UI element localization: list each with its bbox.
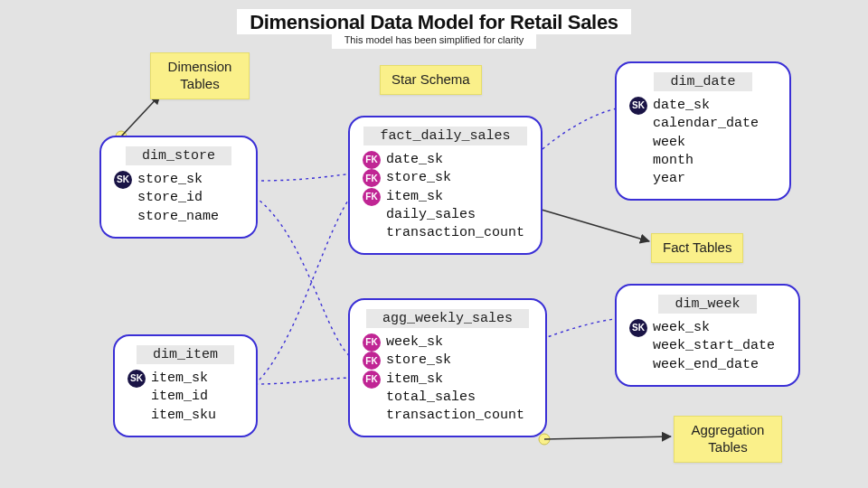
column-label: date_sk (386, 151, 443, 169)
column-row: store_id (114, 189, 243, 207)
column-row: total_sales (363, 389, 533, 407)
fk-badge: FK (363, 333, 381, 352)
column-label: store_id (137, 189, 203, 207)
column-row: year (629, 170, 777, 188)
column-label: transaction_count (386, 407, 524, 425)
column-row: SKstore_sk (114, 171, 243, 189)
sticky-text-line2: Tables (180, 76, 219, 91)
sk-badge: SK (629, 97, 647, 115)
sticky-text: Star Schema (392, 71, 470, 87)
svg-line-5 (544, 436, 671, 439)
table-fact-daily-sales: fact_daily_sales FKdate_skFKstore_skFKit… (348, 116, 542, 255)
sticky-text-line1: Aggregation (692, 422, 765, 437)
column-label: store_sk (386, 169, 451, 187)
sk-badge: SK (127, 370, 146, 388)
table-name: dim_date (654, 72, 751, 91)
column-label: item_sk (386, 188, 443, 206)
sticky-star-schema: Star Schema (380, 65, 482, 95)
column-label: item_sk (151, 370, 208, 388)
column-row: daily_sales (363, 206, 528, 224)
column-label: week_start_date (653, 337, 775, 355)
column-row: SKitem_sk (127, 370, 243, 388)
column-row: FKstore_sk (363, 352, 533, 370)
sticky-dimension-tables: Dimension Tables (150, 52, 250, 99)
table-dim-store: dim_store SKstore_skstore_idstore_name (99, 136, 258, 239)
sk-badge: SK (114, 171, 132, 189)
table-agg-weekly-sales: agg_weekly_sales FKweek_skFKstore_skFKit… (348, 298, 547, 437)
sticky-text-line1: Dimension (168, 59, 232, 74)
column-list: FKweek_skFKstore_skFKitem_sktotal_salest… (363, 333, 533, 425)
column-row: item_id (127, 388, 243, 406)
sticky-aggregation-tables: Aggregation Tables (674, 416, 782, 463)
column-row: week (629, 134, 777, 152)
column-list: SKdate_skcalendar_dateweekmonthyear (629, 97, 777, 188)
column-row: FKitem_sk (363, 188, 528, 206)
table-name: dim_week (658, 295, 756, 314)
svg-line-1 (121, 95, 160, 136)
column-row: item_sku (127, 407, 243, 425)
column-label: daily_sales (386, 206, 476, 224)
column-label: week_end_date (653, 356, 759, 374)
fk-badge: FK (363, 151, 381, 169)
column-row: FKstore_sk (363, 169, 528, 187)
sticky-fact-tables: Fact Tables (651, 233, 743, 263)
svg-line-3 (535, 208, 649, 241)
table-dim-date: dim_date SKdate_skcalendar_dateweekmonth… (615, 61, 791, 201)
column-row: SKweek_sk (629, 319, 786, 337)
column-label: year (653, 170, 685, 188)
column-row: transaction_count (363, 407, 533, 425)
column-row: store_name (114, 208, 243, 226)
column-label: store_sk (386, 352, 451, 370)
table-name: agg_weekly_sales (366, 309, 529, 328)
sk-badge: SK (629, 319, 647, 337)
table-name: fact_daily_sales (363, 127, 526, 145)
diagram-title: Dimensional Data Model for Retail Sales (237, 9, 631, 34)
column-row: FKitem_sk (363, 371, 533, 389)
column-label: date_sk (653, 97, 710, 115)
column-row: transaction_count (363, 224, 528, 242)
column-row: FKdate_sk (363, 151, 528, 169)
fk-badge: FK (363, 352, 381, 370)
sticky-text-line2: Tables (708, 439, 747, 455)
table-dim-item: dim_item SKitem_skitem_iditem_sku (113, 334, 258, 437)
column-row: week_start_date (629, 337, 786, 355)
table-dim-week: dim_week SKweek_skweek_start_dateweek_en… (615, 284, 800, 387)
column-list: SKweek_skweek_start_dateweek_end_date (629, 319, 786, 374)
column-label: item_sk (386, 371, 443, 389)
svg-point-4 (539, 434, 550, 445)
fk-badge: FK (363, 188, 381, 206)
column-label: store_sk (137, 171, 203, 189)
column-list: SKitem_skitem_iditem_sku (127, 370, 243, 425)
sticky-text: Fact Tables (663, 239, 731, 255)
table-name: dim_item (137, 345, 234, 364)
column-row: week_end_date (629, 356, 786, 374)
column-label: week_sk (386, 333, 443, 352)
diagram-header: Dimensional Data Model for Retail Sales … (0, 9, 868, 49)
column-label: week (653, 134, 685, 152)
column-label: store_name (137, 208, 219, 226)
column-label: week_sk (653, 319, 710, 337)
fk-badge: FK (363, 371, 381, 389)
column-list: SKstore_skstore_idstore_name (114, 171, 243, 226)
column-label: item_id (151, 388, 208, 406)
fk-badge: FK (363, 169, 381, 187)
column-row: SKdate_sk (629, 97, 777, 115)
column-label: transaction_count (386, 224, 524, 242)
table-name: dim_store (126, 146, 231, 165)
diagram-subtitle: This model has been simplified for clari… (332, 34, 537, 49)
column-label: month (653, 152, 693, 170)
column-row: FKweek_sk (363, 333, 533, 352)
column-row: month (629, 152, 777, 170)
column-list: FKdate_skFKstore_skFKitem_skdaily_salest… (363, 151, 528, 242)
column-label: item_sku (151, 407, 216, 425)
column-label: total_sales (386, 389, 476, 407)
column-label: calendar_date (653, 115, 759, 133)
column-row: calendar_date (629, 115, 777, 133)
